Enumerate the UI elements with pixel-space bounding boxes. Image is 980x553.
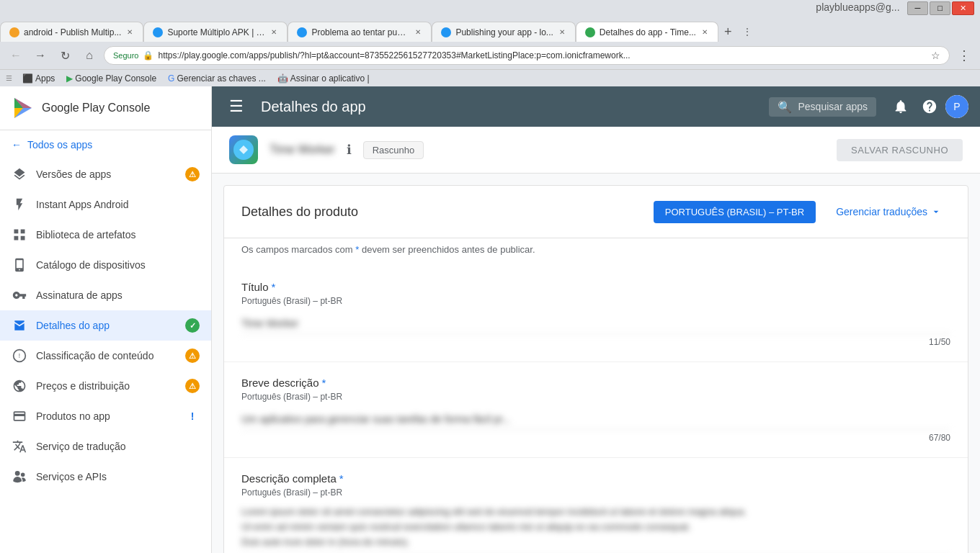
back-button[interactable]: ←	[6, 45, 26, 66]
tab-overflow-button[interactable]: ⋮	[737, 22, 757, 42]
sidebar-item-traducao[interactable]: Serviço de tradução	[0, 431, 211, 462]
address-url: https://play.google.com/apps/publish/?hl…	[158, 50, 927, 60]
sidebar-label-biblioteca: Biblioteca de artefatos	[36, 229, 200, 240]
sidebar-item-detalhes[interactable]: Detalhes do app ✓	[0, 310, 211, 341]
hamburger-menu-button[interactable]: ☰	[223, 91, 249, 122]
topbar: ☰ Detalhes do app 🔍 Pesquisar apps P	[212, 86, 980, 127]
tab-close-3[interactable]: ✕	[414, 27, 422, 37]
tab-detalhes[interactable]: Detalhes do app - Time... ✕	[576, 22, 718, 42]
tab-android-publish[interactable]: android - Publish Multip... ✕	[0, 22, 143, 42]
note-suffix: devem ser preenchidos antes de publicar.	[362, 244, 535, 255]
sidebar-label-produtos: Produtos no app	[36, 410, 177, 422]
new-tab-button[interactable]: +	[718, 22, 738, 42]
help-button[interactable]	[917, 94, 943, 120]
tab-bar: android - Publish Multip... ✕ Suporte Mú…	[0, 16, 980, 42]
store-icon	[12, 318, 27, 333]
sidebar-item-assinatura[interactable]: Assinatura de apps	[0, 280, 211, 310]
tab-suporte[interactable]: Suporte Múltiplo APK | D... ✕	[143, 22, 288, 42]
titulo-label: Título *	[241, 281, 950, 293]
descricao-content: Lorem ipsum dolor sit amet consectetur a…	[241, 505, 950, 553]
google-bookmark-icon: G	[168, 73, 174, 84]
tab-close-5[interactable]: ✕	[700, 27, 709, 37]
bookmark-assinar[interactable]: 🤖 Assinar o aplicativo |	[273, 72, 374, 85]
sidebar-item-instant[interactable]: Instant Apps Android	[0, 189, 211, 220]
tab-label-4: Publishing your app - lo...	[455, 27, 553, 37]
address-input[interactable]: Seguro 🔒 https://play.google.com/apps/pu…	[104, 46, 950, 65]
sidebar-label-assinatura: Assinatura de apps	[36, 289, 200, 301]
tab-label-2: Suporte Múltiplo APK | D...	[167, 27, 265, 37]
apps-bookmark-icon: ⬛	[22, 73, 33, 84]
badge-classificacao: ⚠	[185, 349, 200, 363]
badge-versoes: ⚠	[185, 167, 200, 181]
tab-label-1: android - Publish Multip...	[24, 27, 121, 37]
google-play-logo	[12, 96, 35, 120]
search-button[interactable]: 🔍 Pesquisar apps	[769, 97, 876, 117]
sidebar-item-versoes[interactable]: Versões de apps ⚠	[0, 159, 211, 189]
app-header-row: Time Worker ℹ Rascunho SALVAR RASCUNHO	[212, 127, 980, 174]
manage-translations-button[interactable]: Gerenciar traduções	[827, 200, 950, 223]
sidebar-item-servicos[interactable]: Serviços e APIs	[0, 462, 211, 492]
sidebar-label-servicos: Serviços e APIs	[36, 471, 200, 482]
window-controls[interactable]: playblueapps@g... ─ □ ✕	[810, 1, 974, 15]
sidebar-item-classificacao[interactable]: ! Classificação de conteúdo ⚠	[0, 341, 211, 371]
notification-button[interactable]	[888, 94, 914, 120]
descricao-line-1: Lorem ipsum dolor sit amet consectetur a…	[241, 505, 950, 520]
sidebar-item-precos[interactable]: Preços e distribuição ⚠	[0, 371, 211, 401]
refresh-button[interactable]: ↻	[55, 45, 75, 66]
close-button[interactable]: ✕	[952, 1, 974, 15]
tab-problema[interactable]: Problema ao tentar publ... ✕	[288, 22, 432, 42]
tab-favicon-3	[297, 27, 307, 37]
titulo-input[interactable]	[241, 313, 950, 334]
tab-close-4[interactable]: ✕	[558, 27, 566, 37]
browser-menu-button[interactable]: ⋮	[954, 45, 974, 66]
page-title: Detalhes do app	[261, 99, 757, 115]
sidebar-label-precos: Preços e distribuição	[36, 380, 177, 392]
forward-button[interactable]: →	[30, 45, 50, 66]
draft-badge: Rascunho	[363, 141, 424, 159]
product-details-section: Detalhes do produto PORTUGUÊS (BRASIL) –…	[223, 185, 968, 553]
descricao-label: Descrição completa *	[241, 472, 950, 485]
sidebar-nav: Versões de apps ⚠ Instant Apps Android B…	[0, 159, 211, 553]
bookmark-apps[interactable]: ⬛ Apps	[18, 72, 59, 85]
field-breve-descricao: Breve descrição * Português (Brasil) – p…	[224, 362, 968, 458]
tab-close-2[interactable]: ✕	[270, 27, 278, 37]
secure-badge: Seguro	[113, 51, 138, 60]
breve-descricao-input[interactable]	[241, 409, 950, 430]
bookmarks-icon: ☰	[6, 74, 12, 82]
bookmark-gpc[interactable]: ▶ Google Play Console	[62, 72, 161, 85]
svg-text:!: !	[19, 352, 20, 359]
user-account[interactable]: playblueapps@g...	[810, 1, 905, 15]
bookmark-gpc-label: Google Play Console	[75, 73, 156, 84]
titulo-counter: 11/50	[241, 337, 950, 347]
sidebar-back-button[interactable]: ← Todos os apps	[0, 130, 211, 159]
user-avatar[interactable]: P	[945, 95, 968, 118]
bookmark-assinar-label: Assinar o aplicativo |	[290, 73, 370, 84]
maximize-button[interactable]: □	[930, 1, 950, 15]
badge-produtos: !	[185, 409, 200, 423]
sidebar-item-produtos[interactable]: Produtos no app !	[0, 401, 211, 431]
content-area: Time Worker ℹ Rascunho SALVAR RASCUNHO D…	[212, 127, 980, 553]
phone-icon	[12, 257, 27, 273]
tab-favicon-2	[153, 27, 163, 37]
home-button[interactable]: ⌂	[79, 45, 99, 66]
tab-close-1[interactable]: ✕	[125, 27, 134, 37]
manage-translations-label: Gerenciar traduções	[836, 206, 927, 217]
tab-publishing[interactable]: Publishing your app - lo... ✕	[432, 22, 575, 42]
sidebar: Google Play Console ← Todos os apps Vers…	[0, 86, 212, 553]
search-icon: 🔍	[778, 100, 792, 114]
bookmark-chaves[interactable]: G Gerenciar as chaves ...	[164, 72, 270, 85]
sidebar-label-classificacao: Classificação de conteúdo	[36, 350, 177, 361]
breve-descricao-required-star: *	[322, 377, 326, 389]
sidebar-item-biblioteca[interactable]: Biblioteca de artefatos	[0, 220, 211, 250]
bookmark-star-icon[interactable]: ☆	[931, 50, 940, 61]
bookmarks-bar: ☰ ⬛ Apps ▶ Google Play Console G Gerenci…	[0, 69, 980, 86]
descricao-label-text: Descrição completa	[241, 472, 337, 485]
sidebar-item-catalogo[interactable]: Catálogo de dispositivos	[0, 250, 211, 280]
app-info-icon[interactable]: ℹ	[347, 142, 352, 158]
language-button[interactable]: PORTUGUÊS (BRASIL) – PT-BR	[654, 201, 816, 223]
save-draft-button[interactable]: SALVAR RASCUNHO	[837, 139, 963, 161]
field-descricao-completa: Descrição completa * Português (Brasil) …	[224, 458, 968, 553]
back-label: Todos os apps	[27, 139, 92, 150]
minimize-button[interactable]: ─	[907, 1, 929, 15]
descricao-line-3: Duis aute irure dolor in (hora do minuto…	[241, 535, 950, 550]
